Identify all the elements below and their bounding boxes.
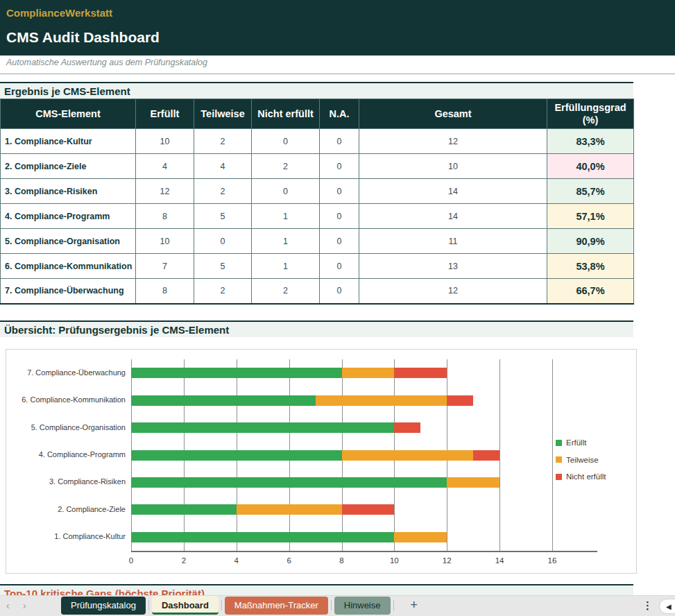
bar-segment-erfuellt	[131, 532, 394, 542]
cell-erfuellt[interactable]: 8	[136, 279, 194, 304]
sheet-nav-right-icon[interactable]: ›	[23, 600, 26, 611]
cell-nicht-erfuellt[interactable]: 1	[252, 254, 320, 279]
cell-na[interactable]: 0	[320, 254, 359, 279]
column-header[interactable]: N.A.	[320, 99, 359, 129]
bar-segment-erfuellt	[131, 395, 316, 406]
column-header[interactable]: Gesamt	[359, 99, 547, 129]
bar-segment-nicht-erfuellt	[394, 368, 447, 378]
column-header[interactable]: Teilweise	[194, 99, 252, 129]
legend-swatch-teilweise	[556, 456, 562, 463]
column-header[interactable]: Erfüllt	[136, 99, 194, 129]
cell-nicht-erfuellt[interactable]: 0	[252, 129, 320, 154]
cell-teilweise[interactable]: 5	[194, 204, 252, 229]
stacked-bar-chart[interactable]: 02468101214167. Compliance-Überwachung6.…	[6, 349, 637, 574]
cell-teilweise[interactable]: 2	[194, 129, 252, 154]
column-header[interactable]: CMS-Element	[1, 99, 136, 129]
cell-element[interactable]: 2. Compliance-Ziele	[1, 154, 136, 179]
cell-gesamt[interactable]: 13	[359, 254, 547, 279]
cell-erfuellt[interactable]: 12	[136, 179, 194, 204]
bar-segment-erfuellt	[131, 422, 394, 433]
cell-teilweise[interactable]: 5	[194, 254, 252, 279]
column-header[interactable]: Nicht erfüllt	[252, 99, 320, 129]
section-title-overview: Übersicht: Prüfungsergebnis je CMS-Eleme…	[0, 320, 633, 337]
cell-erfuellungsgrad[interactable]: 57,1%	[547, 204, 634, 229]
cell-element[interactable]: 1. Compliance-Kultur	[1, 129, 136, 154]
cell-element[interactable]: 5. Compliance-Organisation	[1, 229, 136, 254]
gridline	[552, 359, 553, 551]
bar-segment-nicht-erfuellt	[447, 395, 473, 406]
x-tick-label: 2	[173, 556, 194, 565]
bar-segment-nicht-erfuellt	[342, 504, 395, 515]
cell-element[interactable]: 6. Compliance-Kommunikation	[1, 254, 136, 279]
cell-teilweise[interactable]: 2	[194, 279, 252, 304]
bar-segment-nicht-erfuellt	[394, 422, 420, 433]
cell-na[interactable]: 0	[320, 129, 359, 154]
results-table: CMS-ElementErfülltTeilweiseNicht erfüllt…	[0, 99, 634, 305]
cell-gesamt[interactable]: 14	[359, 204, 547, 229]
cell-gesamt[interactable]: 11	[359, 229, 547, 254]
cell-erfuellungsgrad[interactable]: 90,9%	[547, 229, 634, 254]
cell-na[interactable]: 0	[320, 154, 359, 179]
x-tick-label: 14	[489, 556, 510, 565]
cell-na[interactable]: 0	[320, 279, 359, 304]
cell-erfuellt[interactable]: 7	[136, 254, 194, 279]
sheet-tab-pruefungskatalog[interactable]: Prüfungskatalog	[61, 597, 146, 615]
sheet-tab-massnahmen-tracker[interactable]: Maßnahmen-Tracker	[225, 597, 328, 615]
cell-erfuellungsgrad[interactable]: 66,7%	[547, 279, 634, 304]
x-tick-label: 10	[384, 556, 404, 565]
cell-erfuellt[interactable]: 10	[136, 129, 194, 154]
add-sheet-button[interactable]: +	[411, 598, 418, 613]
page-title: CMS Audit Dashboard	[6, 29, 160, 46]
brand-name: ComplianceWerkstatt	[6, 7, 112, 19]
bar-segment-teilweise	[237, 504, 342, 515]
x-tick-label: 6	[279, 556, 300, 565]
cell-nicht-erfuellt[interactable]: 0	[252, 179, 320, 204]
cell-na[interactable]: 0	[320, 204, 359, 229]
table-row: 2. Compliance-Ziele44201040,0%	[1, 154, 634, 179]
bar-segment-erfuellt	[131, 450, 342, 461]
sheet-nav-left-icon[interactable]: ‹	[6, 600, 10, 611]
cell-nicht-erfuellt[interactable]: 2	[252, 154, 320, 179]
tab-separator	[221, 600, 222, 610]
cell-erfuellt[interactable]: 4	[136, 154, 194, 179]
cell-element[interactable]: 4. Compliance-Programm	[1, 204, 136, 229]
cell-teilweise[interactable]: 2	[194, 179, 252, 204]
x-tick-label: 16	[542, 556, 563, 565]
more-options-icon[interactable]: ⋮	[642, 599, 653, 612]
bar-segment-erfuellt	[131, 368, 342, 378]
cell-gesamt[interactable]: 10	[359, 154, 547, 179]
tab-separator	[393, 600, 394, 610]
x-tick-label: 4	[226, 556, 247, 565]
legend-swatch-erfuellt	[556, 440, 562, 446]
sheet-tab-hinweise[interactable]: Hinweise	[334, 597, 391, 615]
cell-gesamt[interactable]: 12	[359, 279, 547, 304]
horizontal-scroll-pill[interactable]: ◀ ▶	[659, 599, 675, 614]
column-header[interactable]: Erfüllungsgrad (%)	[547, 99, 634, 129]
cell-na[interactable]: 0	[320, 179, 359, 204]
cell-erfuellungsgrad[interactable]: 53,8%	[547, 254, 634, 279]
cell-erfuellungsgrad[interactable]: 40,0%	[547, 154, 634, 179]
cell-teilweise[interactable]: 0	[194, 229, 252, 254]
cell-teilweise[interactable]: 4	[194, 154, 252, 179]
cell-erfuellt[interactable]: 8	[136, 204, 194, 229]
legend-label: Nicht erfüllt	[566, 472, 606, 481]
cell-nicht-erfuellt[interactable]: 2	[252, 279, 320, 304]
cell-element[interactable]: 7. Compliance-Überwachung	[1, 279, 136, 304]
legend-item: Erfüllt	[556, 438, 586, 447]
cell-gesamt[interactable]: 14	[359, 179, 547, 204]
tab-separator	[148, 600, 149, 610]
category-label: 7. Compliance-Überwachung	[8, 368, 126, 377]
sheet-tab-dashboard[interactable]: Dashboard	[152, 596, 219, 615]
cell-gesamt[interactable]: 12	[359, 129, 547, 154]
gridline	[499, 359, 500, 551]
cell-na[interactable]: 0	[320, 229, 359, 254]
cell-erfuellt[interactable]: 10	[136, 229, 194, 254]
cell-erfuellungsgrad[interactable]: 85,7%	[547, 179, 634, 204]
cell-nicht-erfuellt[interactable]: 1	[252, 229, 320, 254]
category-label: 5. Compliance-Organisation	[8, 423, 126, 431]
legend-item: Teilweise	[556, 456, 599, 464]
cell-element[interactable]: 3. Compliance-Risiken	[1, 179, 136, 204]
cell-erfuellungsgrad[interactable]: 83,3%	[547, 129, 634, 154]
scroll-left-icon[interactable]: ◀	[666, 603, 672, 610]
cell-nicht-erfuellt[interactable]: 1	[252, 204, 320, 229]
